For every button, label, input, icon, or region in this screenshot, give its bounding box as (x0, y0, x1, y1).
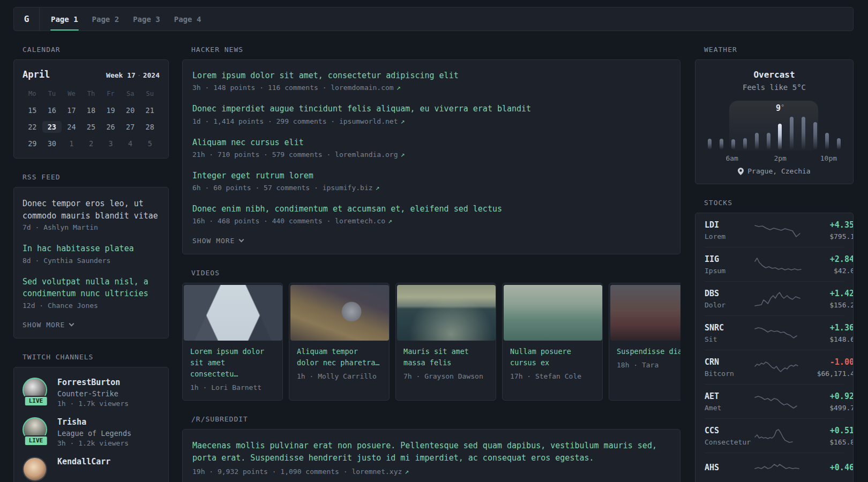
calendar-day-selected: 23 (42, 121, 62, 133)
videos-row: Lorem ipsum dolor sit amet consectetu… 1… (182, 283, 680, 401)
twitch-channel-name[interactable]: KendallCarr (57, 457, 110, 466)
twitch-channel-row[interactable]: LIVE ForrestBurton Counter-Strike 1h · 1… (23, 378, 160, 408)
stock-ticker: SNRC (705, 323, 754, 333)
rss-widget: RSS FEED Donec tempor eros leo, ut commo… (13, 173, 169, 338)
twitch-channel-name[interactable]: Trisha (57, 417, 131, 427)
weather-bar (708, 139, 712, 149)
external-link-icon[interactable]: ↗ (401, 150, 405, 159)
calendar-week-label: Week 17 (106, 71, 136, 79)
twitch-channel-row[interactable]: LIVE Trisha League of Legends 3h · 1.2k … (23, 417, 160, 447)
calendar-day: 18 (81, 104, 101, 116)
video-thumbnail[interactable] (610, 285, 680, 341)
calendar-day: 25 (81, 121, 101, 133)
hn-item-title[interactable]: Aliquam nec cursus elit (192, 137, 670, 148)
dashboard-page: G Page 1 Page 2 Page 3 Page 4 CALENDAR A… (0, 0, 868, 482)
video-thumbnail[interactable] (184, 285, 282, 341)
external-link-icon[interactable]: ↗ (401, 117, 405, 125)
subreddit-item-meta: 19h · 9,932 points · 1,090 comments · lo… (192, 468, 670, 476)
weather-bar (837, 138, 841, 149)
tab-page-2[interactable]: Page 2 (85, 7, 126, 31)
rss-card: Donec tempor eros leo, ut commodo mauris… (13, 187, 169, 338)
rss-item-title[interactable]: In hac habitasse platea (23, 243, 160, 255)
calendar-day-other-month: 1 (62, 138, 81, 149)
rss-item: In hac habitasse platea 8d · Cynthia Sau… (23, 243, 160, 265)
video-card[interactable]: Mauris sit amet massa felis 7h · Grayson… (395, 283, 496, 401)
tab-page-4[interactable]: Page 4 (167, 7, 208, 31)
app-logo[interactable]: G (14, 7, 40, 31)
tab-page-1[interactable]: Page 1 (44, 7, 85, 31)
stock-change: +4.35% (803, 220, 854, 230)
twitch-channel-meta: 3h · 1.2k viewers (57, 439, 131, 447)
weather-location: Prague, Czechia (705, 167, 844, 175)
twitch-channel-game: Counter-Strike (57, 389, 129, 398)
rss-show-more-button[interactable]: SHOW MORE (23, 321, 160, 329)
rss-item-title[interactable]: Donec tempor eros leo, ut commodo mauris… (23, 198, 160, 222)
stock-row: AHS +0.46% (705, 453, 844, 482)
video-card[interactable]: Suspendisse diam 18h · Tara (609, 283, 680, 401)
calendar-day-other-month: 4 (121, 138, 140, 149)
weather-time-label: 6am (725, 154, 738, 162)
stock-ticker: DBS (705, 289, 754, 298)
tab-page-3[interactable]: Page 3 (126, 7, 167, 31)
stock-price: $499.72 (803, 404, 854, 412)
calendar-day: 16 (42, 104, 62, 116)
external-link-icon[interactable]: ↗ (405, 468, 409, 476)
weather-condition: Overcast (705, 70, 844, 80)
external-link-icon[interactable]: ↗ (388, 217, 392, 225)
video-thumbnail[interactable] (504, 285, 602, 341)
video-card[interactable]: Lorem ipsum dolor sit amet consectetu… 1… (182, 283, 283, 401)
hn-item-title[interactable]: Lorem ipsum dolor sit amet, consectetur … (192, 70, 670, 81)
video-title[interactable]: Lorem ipsum dolor sit amet consectetu… (190, 346, 275, 380)
hn-item-meta: 21h · 710 points · 579 comments · loreml… (192, 150, 670, 159)
columns: CALENDAR April Week 17·2024 Mo Tu We Th … (13, 46, 854, 482)
stock-row: SNRCSit +1.36%$148.64 (705, 315, 844, 350)
subreddit-item-title[interactable]: Maecenas mollis pulvinar erat non posuer… (192, 440, 670, 465)
video-title[interactable]: Mauris sit amet massa felis (403, 346, 488, 368)
hn-item-title[interactable]: Integer eget rutrum lorem (192, 170, 670, 181)
calendar-day: 22 (23, 121, 42, 133)
weather-widget: WEATHER Overcast Feels like 5°C 9° 6am 2… (695, 46, 854, 184)
video-card[interactable]: Nullam posuere cursus ex 17h · Stefan Co… (502, 283, 603, 401)
hn-item-meta: 3h · 148 points · 116 comments · loremdo… (192, 84, 670, 92)
twitch-channel-name[interactable]: ForrestBurton (57, 378, 129, 387)
hn-item-meta: 1d · 1,414 points · 299 comments · ipsum… (192, 117, 670, 125)
live-badge: LIVE (24, 396, 48, 406)
stock-change: +2.84% (803, 254, 854, 264)
avatar (23, 457, 47, 481)
weather-columns (708, 116, 841, 149)
calendar-day: 28 (140, 121, 160, 133)
video-thumbnail[interactable] (290, 285, 389, 341)
subreddit-section-title: /R/SUBREDDIT (182, 415, 680, 423)
video-thumbnail[interactable] (397, 285, 496, 341)
sparkline (754, 393, 803, 410)
video-title[interactable]: Suspendisse diam (617, 346, 680, 357)
video-title[interactable]: Aliquam tempor dolor nec pharetra… (297, 346, 381, 368)
sparkline (754, 256, 803, 273)
hn-item-title[interactable]: Donec enim nibh, condimentum et accumsan… (192, 204, 670, 214)
weather-bar (767, 133, 770, 149)
stock-price: $66,171.48 (803, 370, 854, 378)
sparkline (754, 222, 803, 239)
weather-card: Overcast Feels like 5°C 9° 6am 2pm 10pm … (695, 59, 854, 184)
stock-change: +1.36% (803, 323, 854, 333)
weather-bar (802, 117, 805, 149)
stock-ticker: CRN (705, 357, 754, 367)
calendar-dow: Su (140, 90, 160, 100)
calendar-day: 27 (121, 121, 140, 133)
rss-item-title[interactable]: Sed volutpat nulla nisl, a condimentum n… (23, 276, 160, 300)
video-title[interactable]: Nullam posuere cursus ex (510, 346, 595, 368)
stock-name: Sit (705, 335, 754, 343)
calendar-day: 29 (23, 138, 42, 149)
calendar-card: April Week 17·2024 Mo Tu We Th Fr Sa Su … (13, 59, 169, 159)
external-link-icon[interactable]: ↗ (376, 184, 380, 192)
twitch-widget: TWITCH CHANNELS LIVE ForrestBurton Count… (13, 353, 169, 482)
twitch-channel-row[interactable]: KendallCarr (23, 457, 160, 481)
calendar-day: 30 (42, 138, 62, 149)
hn-item: Integer eget rutrum lorem 6h · 60 points… (192, 170, 670, 192)
external-link-icon[interactable]: ↗ (396, 84, 401, 92)
sparkline (754, 325, 803, 342)
hn-item-title[interactable]: Donec imperdiet augue tincidunt felis al… (192, 103, 670, 114)
stock-change: +0.92% (803, 391, 854, 401)
video-card[interactable]: Aliquam tempor dolor nec pharetra… 1h · … (289, 283, 390, 401)
hn-show-more-button[interactable]: SHOW MORE (192, 237, 670, 245)
